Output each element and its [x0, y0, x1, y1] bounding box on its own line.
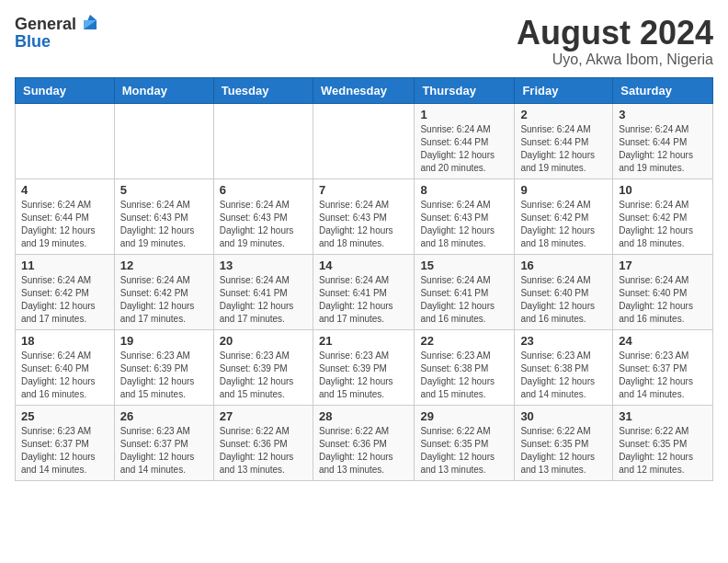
- calendar-cell: 4Sunrise: 6:24 AM Sunset: 6:44 PM Daylig…: [16, 178, 115, 254]
- calendar-cell: 26Sunrise: 6:23 AM Sunset: 6:37 PM Dayli…: [114, 405, 213, 480]
- day-header-friday: Friday: [515, 77, 613, 103]
- day-number: 20: [220, 334, 307, 348]
- day-info: Sunrise: 6:23 AM Sunset: 6:38 PM Dayligh…: [520, 350, 607, 401]
- calendar-table: SundayMondayTuesdayWednesdayThursdayFrid…: [15, 77, 713, 481]
- logo-blue-text: Blue: [15, 33, 51, 50]
- day-number: 21: [319, 334, 408, 348]
- calendar-cell: 21Sunrise: 6:23 AM Sunset: 6:39 PM Dayli…: [313, 329, 414, 405]
- day-header-saturday: Saturday: [613, 77, 713, 103]
- calendar-cell: [213, 103, 313, 178]
- day-info: Sunrise: 6:24 AM Sunset: 6:40 PM Dayligh…: [21, 350, 108, 401]
- calendar-cell: 11Sunrise: 6:24 AM Sunset: 6:42 PM Dayli…: [16, 254, 115, 329]
- calendar-cell: 13Sunrise: 6:24 AM Sunset: 6:41 PM Dayli…: [213, 254, 313, 329]
- calendar-cell: 29Sunrise: 6:22 AM Sunset: 6:35 PM Dayli…: [415, 405, 515, 480]
- day-number: 4: [21, 183, 108, 197]
- day-info: Sunrise: 6:24 AM Sunset: 6:42 PM Dayligh…: [120, 274, 208, 326]
- day-number: 2: [520, 108, 607, 121]
- day-info: Sunrise: 6:24 AM Sunset: 6:42 PM Dayligh…: [619, 199, 707, 250]
- calendar-cell: 14Sunrise: 6:24 AM Sunset: 6:41 PM Dayli…: [313, 254, 414, 329]
- day-number: 29: [420, 409, 508, 423]
- calendar-cell: [114, 103, 213, 178]
- day-info: Sunrise: 6:22 AM Sunset: 6:36 PM Dayligh…: [319, 425, 408, 477]
- day-info: Sunrise: 6:24 AM Sunset: 6:42 PM Dayligh…: [520, 199, 607, 250]
- calendar-cell: [16, 103, 115, 178]
- calendar-cell: 24Sunrise: 6:23 AM Sunset: 6:37 PM Dayli…: [613, 329, 713, 405]
- calendar-cell: 5Sunrise: 6:24 AM Sunset: 6:43 PM Daylig…: [114, 178, 213, 254]
- logo-general-text: General: [15, 16, 76, 32]
- day-info: Sunrise: 6:24 AM Sunset: 6:42 PM Dayligh…: [21, 274, 108, 326]
- day-info: Sunrise: 6:24 AM Sunset: 6:44 PM Dayligh…: [520, 123, 607, 175]
- calendar-cell: 31Sunrise: 6:22 AM Sunset: 6:35 PM Dayli…: [613, 405, 713, 480]
- calendar-cell: 6Sunrise: 6:24 AM Sunset: 6:43 PM Daylig…: [213, 178, 313, 254]
- day-number: 17: [619, 259, 707, 272]
- day-number: 12: [120, 259, 208, 272]
- day-info: Sunrise: 6:24 AM Sunset: 6:44 PM Dayligh…: [21, 199, 108, 250]
- day-info: Sunrise: 6:24 AM Sunset: 6:43 PM Dayligh…: [220, 199, 307, 250]
- day-number: 30: [520, 409, 607, 423]
- day-header-wednesday: Wednesday: [313, 77, 414, 103]
- day-info: Sunrise: 6:24 AM Sunset: 6:43 PM Dayligh…: [420, 199, 508, 250]
- calendar-cell: 28Sunrise: 6:22 AM Sunset: 6:36 PM Dayli…: [313, 405, 414, 480]
- calendar-cell: [313, 103, 414, 178]
- day-info: Sunrise: 6:23 AM Sunset: 6:39 PM Dayligh…: [120, 350, 208, 401]
- day-number: 15: [420, 259, 508, 272]
- day-info: Sunrise: 6:23 AM Sunset: 6:37 PM Dayligh…: [120, 425, 208, 477]
- logo-icon: [80, 13, 100, 33]
- day-number: 14: [319, 259, 408, 272]
- day-info: Sunrise: 6:24 AM Sunset: 6:43 PM Dayligh…: [120, 199, 208, 250]
- day-info: Sunrise: 6:24 AM Sunset: 6:41 PM Dayligh…: [220, 274, 307, 326]
- calendar-cell: 3Sunrise: 6:24 AM Sunset: 6:44 PM Daylig…: [613, 103, 713, 178]
- day-number: 24: [619, 334, 707, 348]
- calendar-cell: 19Sunrise: 6:23 AM Sunset: 6:39 PM Dayli…: [114, 329, 213, 405]
- day-number: 22: [420, 334, 508, 348]
- day-number: 27: [220, 409, 307, 423]
- day-number: 3: [619, 108, 707, 121]
- day-header-monday: Monday: [114, 77, 213, 103]
- day-number: 7: [319, 183, 408, 197]
- day-number: 8: [420, 183, 508, 197]
- day-number: 19: [120, 334, 208, 348]
- title-area: August 2024 Uyo, Akwa Ibom, Nigeria: [517, 15, 713, 68]
- calendar-cell: 22Sunrise: 6:23 AM Sunset: 6:38 PM Dayli…: [415, 329, 515, 405]
- day-number: 23: [520, 334, 607, 348]
- calendar-cell: 27Sunrise: 6:22 AM Sunset: 6:36 PM Dayli…: [213, 405, 313, 480]
- calendar-week-1: 1Sunrise: 6:24 AM Sunset: 6:44 PM Daylig…: [16, 103, 713, 178]
- calendar-week-4: 18Sunrise: 6:24 AM Sunset: 6:40 PM Dayli…: [16, 329, 713, 405]
- day-info: Sunrise: 6:24 AM Sunset: 6:40 PM Dayligh…: [619, 274, 707, 326]
- calendar-week-2: 4Sunrise: 6:24 AM Sunset: 6:44 PM Daylig…: [16, 178, 713, 254]
- day-info: Sunrise: 6:24 AM Sunset: 6:41 PM Dayligh…: [420, 274, 508, 326]
- logo: General Blue: [15, 15, 100, 50]
- day-number: 18: [21, 334, 108, 348]
- day-info: Sunrise: 6:24 AM Sunset: 6:44 PM Dayligh…: [420, 123, 508, 175]
- day-number: 5: [120, 183, 208, 197]
- calendar-cell: 8Sunrise: 6:24 AM Sunset: 6:43 PM Daylig…: [415, 178, 515, 254]
- day-number: 1: [420, 108, 508, 121]
- calendar-cell: 10Sunrise: 6:24 AM Sunset: 6:42 PM Dayli…: [613, 178, 713, 254]
- calendar-cell: 7Sunrise: 6:24 AM Sunset: 6:43 PM Daylig…: [313, 178, 414, 254]
- day-info: Sunrise: 6:24 AM Sunset: 6:41 PM Dayligh…: [319, 274, 408, 326]
- calendar-cell: 9Sunrise: 6:24 AM Sunset: 6:42 PM Daylig…: [515, 178, 613, 254]
- calendar-cell: 20Sunrise: 6:23 AM Sunset: 6:39 PM Dayli…: [213, 329, 313, 405]
- calendar-week-5: 25Sunrise: 6:23 AM Sunset: 6:37 PM Dayli…: [16, 405, 713, 480]
- day-info: Sunrise: 6:22 AM Sunset: 6:36 PM Dayligh…: [220, 425, 307, 477]
- calendar-header-row: SundayMondayTuesdayWednesdayThursdayFrid…: [16, 77, 713, 103]
- day-header-thursday: Thursday: [415, 77, 515, 103]
- calendar-cell: 18Sunrise: 6:24 AM Sunset: 6:40 PM Dayli…: [16, 329, 115, 405]
- day-info: Sunrise: 6:23 AM Sunset: 6:39 PM Dayligh…: [220, 350, 307, 401]
- calendar-cell: 2Sunrise: 6:24 AM Sunset: 6:44 PM Daylig…: [515, 103, 613, 178]
- day-info: Sunrise: 6:23 AM Sunset: 6:37 PM Dayligh…: [21, 425, 108, 477]
- calendar-cell: 25Sunrise: 6:23 AM Sunset: 6:37 PM Dayli…: [16, 405, 115, 480]
- calendar-cell: 23Sunrise: 6:23 AM Sunset: 6:38 PM Dayli…: [515, 329, 613, 405]
- day-number: 28: [319, 409, 408, 423]
- day-number: 25: [21, 409, 108, 423]
- day-info: Sunrise: 6:24 AM Sunset: 6:43 PM Dayligh…: [319, 199, 408, 250]
- day-info: Sunrise: 6:23 AM Sunset: 6:37 PM Dayligh…: [619, 350, 707, 401]
- calendar-week-3: 11Sunrise: 6:24 AM Sunset: 6:42 PM Dayli…: [16, 254, 713, 329]
- day-number: 10: [619, 183, 707, 197]
- day-number: 9: [520, 183, 607, 197]
- day-info: Sunrise: 6:22 AM Sunset: 6:35 PM Dayligh…: [420, 425, 508, 477]
- day-info: Sunrise: 6:24 AM Sunset: 6:40 PM Dayligh…: [520, 274, 607, 326]
- day-number: 26: [120, 409, 208, 423]
- day-info: Sunrise: 6:22 AM Sunset: 6:35 PM Dayligh…: [520, 425, 607, 477]
- day-info: Sunrise: 6:23 AM Sunset: 6:38 PM Dayligh…: [420, 350, 508, 401]
